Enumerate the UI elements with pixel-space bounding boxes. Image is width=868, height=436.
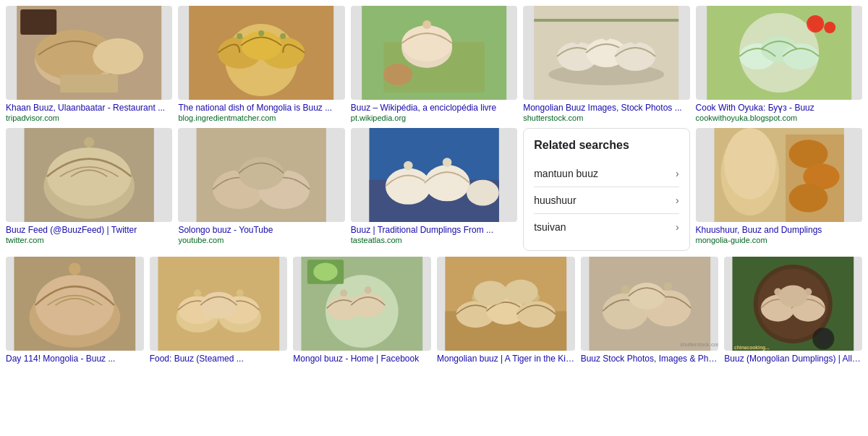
image-thumbnail-10 — [6, 257, 144, 351]
svg-point-25 — [603, 33, 610, 40]
svg-point-39 — [84, 137, 94, 148]
chevron-icon-tsuivan: › — [676, 221, 679, 233]
image-thumbnail-2 — [178, 6, 344, 100]
image-card-5[interactable]: Cook With Oyuka: Буүз - Buuz cookwithoyu… — [696, 6, 862, 122]
image-thumbnail-12 — [293, 257, 431, 351]
image-card-8[interactable]: Buuz | Traditional Dumplings From ... ta… — [351, 128, 517, 251]
card-source-6: twitter.com — [6, 236, 172, 244]
image-card-6[interactable]: Buuz Feed (@BuuzFeed) | Twitter twitter.… — [6, 128, 172, 251]
svg-rect-5 — [60, 74, 118, 93]
svg-point-34 — [807, 15, 824, 33]
related-searches-heading: Related searches — [534, 139, 678, 152]
image-thumbnail-3 — [351, 6, 517, 100]
related-item-label-tsuivan: tsuivan — [534, 221, 566, 233]
card-title-2: The national dish of Mongolia is Buuz ..… — [178, 103, 344, 113]
chevron-icon-mantuun: › — [676, 168, 679, 179]
card-title-7: Solongo buuz - YouTube — [178, 225, 344, 235]
image-card-12[interactable]: Mongol buuz - Home | Facebook — [293, 257, 431, 364]
svg-point-95 — [629, 283, 665, 309]
svg-point-75 — [340, 289, 347, 296]
card-title-6: Buuz Feed (@BuuzFeed) | Twitter — [6, 225, 172, 235]
svg-point-70 — [236, 289, 243, 296]
image-card-4[interactable]: Mongolian Buuz Images, Stock Photos ... … — [523, 6, 689, 122]
svg-point-12 — [259, 30, 265, 36]
image-card-15[interactable]: chinacooking... Buuz (Mongolian Dumpling… — [724, 257, 862, 364]
svg-point-19 — [383, 64, 412, 85]
image-thumbnail-14: shutterstock.com — [581, 257, 719, 351]
image-thumbnail-5 — [696, 6, 862, 100]
card-source-4: shutterstock.com — [523, 114, 689, 122]
image-card-10[interactable]: Day 114! Mongolia - Buuz ... — [6, 257, 144, 364]
svg-point-106 — [817, 330, 832, 344]
svg-point-89 — [504, 280, 538, 304]
card-title-5: Cook With Oyuka: Буүз - Buuz — [696, 103, 862, 113]
svg-point-23 — [574, 37, 581, 44]
related-item-huushuur[interactable]: huushuur › — [534, 187, 678, 214]
svg-point-94 — [663, 282, 672, 291]
svg-text:chinacooking...: chinacooking... — [734, 345, 770, 351]
card-source-1: tripadvisor.com — [6, 114, 172, 122]
image-thumbnail-8 — [351, 128, 517, 222]
related-item-tsuivan[interactable]: tsuivan › — [534, 214, 678, 240]
image-card-3[interactable]: Buuz – Wikipédia, a enciclopédia livre p… — [351, 6, 517, 122]
svg-point-77 — [365, 286, 372, 294]
image-card-1[interactable]: Khaan Buuz, Ulaanbaatar - Restaurant ...… — [6, 6, 172, 122]
card-title-12: Mongol buuz - Home | Facebook — [293, 354, 431, 364]
svg-point-13 — [281, 33, 286, 39]
svg-point-104 — [779, 285, 808, 307]
image-card-7[interactable]: Solongo buuz - YouTube youtube.com — [178, 128, 344, 251]
svg-point-51 — [443, 158, 452, 167]
card-source-7: youtube.com — [178, 236, 344, 244]
card-title-14: Buuz Stock Photos, Images & Photo... — [581, 354, 719, 364]
card-source-3: pt.wikipedia.org — [351, 114, 517, 122]
image-card-11[interactable]: Food: Buuz (Steamed ... — [150, 257, 288, 364]
svg-point-45 — [239, 157, 284, 189]
card-source-2: blog.ingredientmatcher.com — [178, 114, 344, 122]
card-title-4: Mongolian Buuz Images, Stock Photos ... — [523, 103, 689, 113]
svg-point-17 — [401, 25, 452, 61]
svg-point-52 — [467, 180, 499, 206]
svg-point-92 — [621, 285, 630, 294]
svg-point-79 — [314, 262, 339, 281]
card-title-13: Mongolian buuz | A Tiger in the Kitchen — [437, 354, 575, 364]
related-searches-card: Related searches mantuun buuz › huushuur… — [523, 128, 689, 251]
image-thumbnail-15: chinacooking... — [724, 257, 862, 351]
image-thumbnail-4 — [523, 6, 689, 100]
svg-point-33 — [783, 43, 819, 69]
card-title-8: Buuz | Traditional Dumplings From ... — [351, 225, 517, 235]
image-card-13[interactable]: Mongolian buuz | A Tiger in the Kitchen — [437, 257, 575, 364]
image-thumbnail-13 — [437, 257, 575, 351]
svg-point-27 — [631, 37, 639, 44]
svg-point-18 — [422, 20, 431, 29]
svg-point-3 — [93, 38, 143, 74]
svg-point-88 — [474, 281, 508, 306]
image-thumbnail-6 — [6, 128, 172, 222]
chevron-icon-huushuur: › — [676, 195, 679, 206]
svg-point-49 — [404, 161, 413, 171]
svg-point-67 — [194, 289, 201, 296]
svg-point-11 — [237, 33, 243, 39]
image-thumbnail-1 — [6, 6, 172, 100]
card-title-10: Day 114! Mongolia - Buuz ... — [6, 354, 144, 364]
svg-point-38 — [47, 148, 132, 206]
svg-point-56 — [724, 128, 776, 200]
card-title-3: Buuz – Wikipédia, a enciclopédia livre — [351, 103, 517, 113]
svg-point-59 — [788, 184, 827, 212]
card-source-5: cookwithoyuka.blogspot.com — [696, 114, 862, 122]
svg-point-71 — [200, 292, 237, 319]
card-source-8: tasteatlas.com — [351, 236, 517, 244]
related-item-label-huushuur: huushuur — [534, 195, 576, 206]
card-title-11: Food: Buuz (Steamed ... — [150, 354, 288, 364]
related-item-label-mantuun: mantuun buuz — [534, 168, 598, 179]
svg-point-48 — [386, 168, 431, 205]
svg-rect-4 — [20, 9, 56, 35]
image-card-14[interactable]: shutterstock.com Buuz Stock Photos, Imag… — [581, 257, 719, 364]
image-card-9[interactable]: Khuushuur, Buuz and Dumplings mongolia-g… — [696, 128, 862, 251]
svg-text:shutterstock.com: shutterstock.com — [680, 341, 718, 348]
image-thumbnail-9 — [696, 128, 862, 222]
image-card-2[interactable]: The national dish of Mongolia is Buuz ..… — [178, 6, 344, 122]
svg-point-63 — [69, 262, 81, 275]
card-title-15: Buuz (Mongolian Dumplings) | All That ..… — [724, 354, 862, 364]
svg-point-62 — [35, 275, 114, 335]
related-item-mantuun[interactable]: mantuun buuz › — [534, 161, 678, 187]
